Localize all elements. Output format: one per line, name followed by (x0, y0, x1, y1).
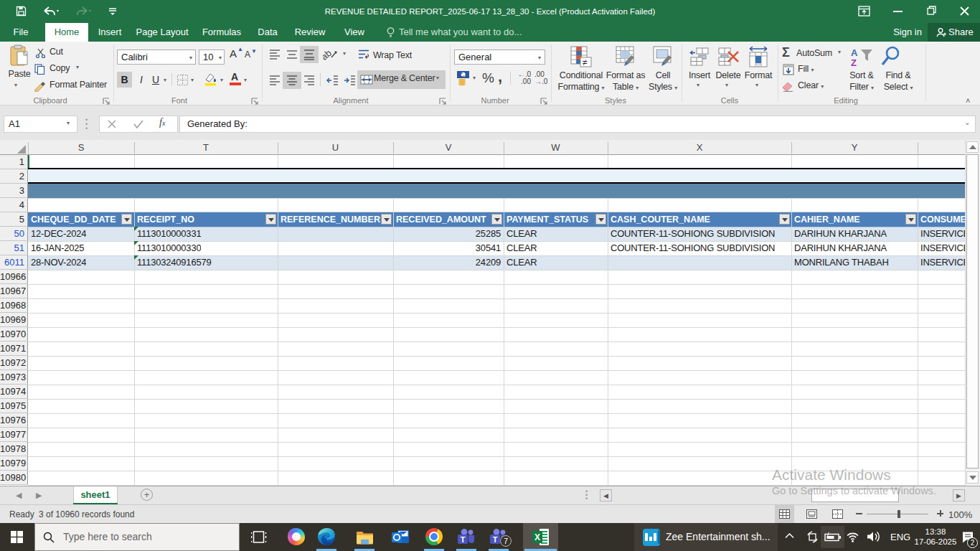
svg-text:Z: Z (851, 57, 857, 67)
svg-text:X: X (534, 532, 540, 542)
svg-text:≠: ≠ (583, 57, 588, 67)
svg-text:ab: ab (323, 47, 334, 62)
svg-text:T: T (461, 535, 466, 544)
svg-text:T: T (493, 535, 498, 544)
svg-text:A: A (851, 47, 858, 58)
